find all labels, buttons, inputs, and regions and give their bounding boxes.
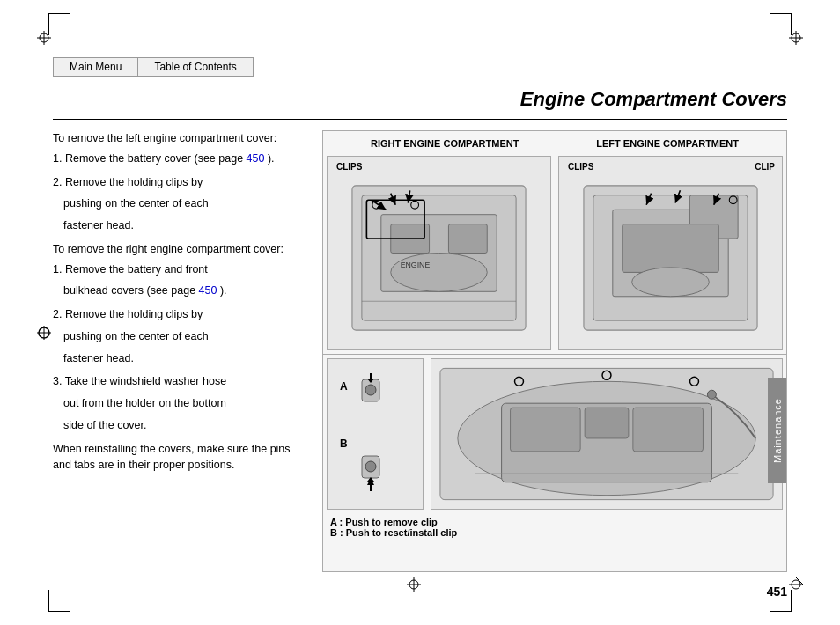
left-engine-svg xyxy=(559,157,782,349)
svg-rect-55 xyxy=(633,408,704,452)
diagram-images-row: CLIPS xyxy=(323,152,786,355)
maintenance-tab: Maintenance xyxy=(768,378,787,483)
main-menu-button[interactable]: Main Menu xyxy=(54,58,138,76)
corner-bracket-tl xyxy=(48,13,70,35)
step1-1-text: 1. Remove the battery cover (see page xyxy=(53,152,247,165)
reg-mark-bc xyxy=(407,577,421,594)
main-content: To remove the left engine compartment co… xyxy=(53,130,787,572)
svg-text:B: B xyxy=(340,438,348,450)
reg-mark-tl xyxy=(37,31,51,48)
step2-1-line2: bulkhead covers (see page 450 ). xyxy=(53,283,308,299)
top-nav: Main Menu Table of Contents xyxy=(53,57,254,77)
reinstall-note: When reinstalling the covers, make sure … xyxy=(53,441,308,474)
svg-point-27 xyxy=(391,254,488,292)
page-title: Engine Compartment Covers xyxy=(520,88,787,111)
step2-3: 3. Take the windshield washer hose out f… xyxy=(53,373,308,433)
step1-2-line1: 2. Remove the holding clips by xyxy=(53,174,308,191)
step1-2: 2. Remove the holding clips by pushing o… xyxy=(53,174,308,234)
left-clips-label: CLIPS xyxy=(568,162,593,172)
svg-line-10 xyxy=(796,577,803,585)
step1-2-line3: fastener head. xyxy=(53,217,308,234)
caption-b: B : Push to reset/install clip xyxy=(330,527,779,538)
step2-1: 1. Remove the battery and front bulkhead… xyxy=(53,261,308,300)
step1-1-link[interactable]: 450 xyxy=(247,152,265,165)
left-bullet-mark xyxy=(37,326,51,342)
step1-1: 1. Remove the battery cover (see page 45… xyxy=(53,151,308,167)
section2-intro: To remove the right engine compartment c… xyxy=(53,241,308,258)
reg-mark-br xyxy=(789,577,803,594)
right-engine-diagram: CLIPS xyxy=(327,156,551,350)
diagram-box: RIGHT ENGINE COMPARTMENT LEFT ENGINE COM… xyxy=(322,130,787,572)
caption-a: A : Push to remove clip xyxy=(330,517,779,527)
step1-2-line2: pushing on the center of each xyxy=(53,195,308,212)
maintenance-label: Maintenance xyxy=(772,398,783,463)
section1-intro: To remove the left engine compartment co… xyxy=(53,130,308,147)
step2-1-link[interactable]: 450 xyxy=(199,284,217,297)
reg-mark-tr xyxy=(789,31,803,48)
diagram-label-row: RIGHT ENGINE COMPARTMENT LEFT ENGINE COM… xyxy=(323,131,786,152)
step2-3-line3: side of the cover. xyxy=(53,417,308,434)
svg-text:ENGINE: ENGINE xyxy=(401,261,431,269)
step2-1-line1: 1. Remove the battery and front xyxy=(53,261,308,278)
svg-point-38 xyxy=(632,268,710,297)
table-of-contents-button[interactable]: Table of Contents xyxy=(138,58,252,76)
svg-rect-37 xyxy=(623,224,719,273)
svg-point-41 xyxy=(365,385,376,395)
left-compartment-label: LEFT ENGINE COMPARTMENT xyxy=(596,138,739,149)
step1-1-suffix: ). xyxy=(264,152,274,165)
step2-2: 2. Remove the holding clips by pushing o… xyxy=(53,306,308,366)
clip-detail-box: A B xyxy=(327,358,424,510)
svg-rect-54 xyxy=(511,408,581,452)
text-column: To remove the left engine compartment co… xyxy=(53,130,308,572)
step2-2-line2: pushing on the center of each xyxy=(53,328,308,345)
corner-bracket-bl xyxy=(48,590,70,612)
step2-3-line2: out from the holder on the bottom xyxy=(53,395,308,412)
clip-detail-svg: A B xyxy=(335,372,415,496)
right-compartment-label: RIGHT ENGINE COMPARTMENT xyxy=(371,138,519,149)
step2-3-line1: 3. Take the windshield washer hose xyxy=(53,373,308,390)
step2-2-line1: 2. Remove the holding clips by xyxy=(53,306,308,323)
svg-rect-56 xyxy=(585,408,629,438)
diagram-area: RIGHT ENGINE COMPARTMENT LEFT ENGINE COM… xyxy=(322,130,787,572)
title-divider xyxy=(53,119,787,120)
engine-wide-box xyxy=(431,358,783,510)
right-clips-label: CLIPS xyxy=(336,162,362,172)
engine-wide-svg xyxy=(431,359,782,509)
caption-area: A : Push to remove clip B : Push to rese… xyxy=(323,513,786,541)
svg-rect-19 xyxy=(448,224,487,254)
page-number: 451 xyxy=(767,585,787,599)
svg-point-46 xyxy=(365,461,376,472)
diagram-bottom-row: A B xyxy=(323,355,786,513)
right-engine-svg: ENGINE xyxy=(328,157,550,349)
left-clip-label: CLIP xyxy=(755,162,775,172)
step2-2-line3: fastener head. xyxy=(53,350,308,367)
svg-text:A: A xyxy=(340,380,348,393)
left-engine-diagram: CLIPS CLIP xyxy=(558,156,783,350)
svg-point-57 xyxy=(707,390,716,399)
